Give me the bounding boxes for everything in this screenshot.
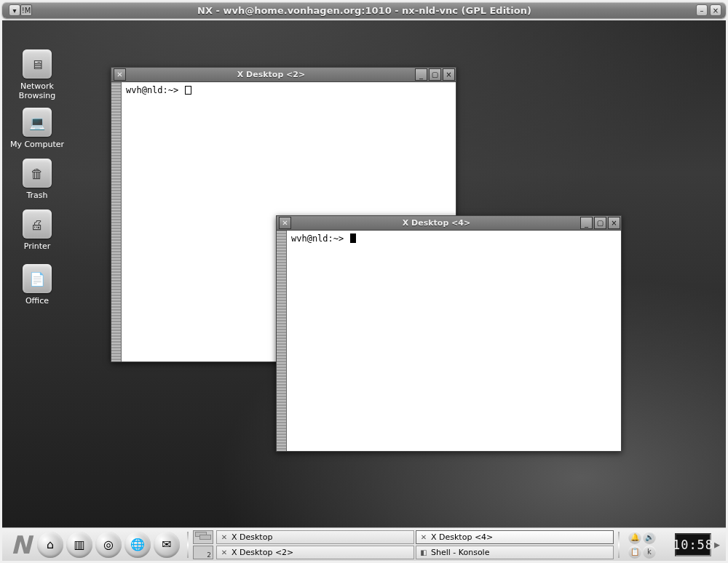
terminal-cursor-icon — [350, 233, 356, 243]
window-system-menu-icon[interactable]: ✕ — [279, 217, 291, 229]
disc-icon: ◎ — [103, 538, 114, 551]
window-body: wvh@nld:~> — [276, 230, 622, 452]
taskbar-separator — [618, 532, 620, 558]
terminal-prompt: wvh@nld:~> — [291, 233, 349, 244]
desktop-icon-label: Office — [2, 296, 72, 306]
trash-icon: 🗑 — [23, 159, 52, 188]
desktop-icon-printer[interactable]: 🖨 Printer — [2, 209, 72, 251]
outer-window-title: NX - wvh@home.vonhagen.org:1010 - nx-nld… — [35, 5, 694, 16]
desktop-icon-label: Trash — [2, 191, 72, 200]
x-icon: ✕ — [220, 548, 229, 556]
taskbar: N ⌂ ▥ ◎ 🌐 ✉ 2 ✕X Desktop ✕X Desktop <4> … — [2, 527, 726, 561]
desktop-icon-network[interactable]: 🖥 Network Browsing — [2, 49, 72, 100]
x-icon: ✕ — [419, 532, 428, 541]
window-titlebar[interactable]: ✕ X Desktop <2> _ ▢ × — [111, 67, 456, 81]
desktop-icon-mycomputer[interactable]: 💻 My Computer — [2, 108, 72, 149]
window-minimize-button[interactable]: _ — [415, 68, 427, 81]
printer-icon: 🖨 — [23, 209, 52, 239]
system-tray: 🔔 🔊 📋 k — [628, 531, 670, 559]
window-close-button[interactable]: × — [443, 68, 455, 81]
globe-icon: 🌐 — [130, 538, 145, 551]
desktop-icon-label: My Computer — [2, 140, 72, 149]
window-minimize-button[interactable]: _ — [580, 217, 593, 229]
x-icon: ✕ — [220, 532, 229, 541]
desktop-icon-label: Network Browsing — [2, 81, 72, 100]
pager-desktop-1[interactable] — [193, 530, 213, 544]
tray-volume-icon[interactable]: 🔊 — [643, 531, 656, 544]
terminal-cursor-icon — [185, 86, 191, 95]
outer-app-icon: !M — [20, 4, 32, 16]
desktop-area[interactable]: 🖥 Network Browsing 💻 My Computer 🗑 Trash… — [2, 20, 726, 528]
outer-menu-button[interactable]: ▾ — [9, 4, 20, 16]
window-close-button[interactable]: × — [608, 217, 620, 229]
task-label: X Desktop — [232, 532, 272, 542]
task-xdesktop[interactable]: ✕X Desktop — [216, 530, 414, 544]
window-system-menu-icon[interactable]: ✕ — [114, 68, 126, 81]
tray-clipboard-icon[interactable]: 📋 — [628, 546, 641, 559]
window-scrollbar[interactable] — [277, 231, 287, 451]
desktop-icon-trash[interactable]: 🗑 Trash — [2, 159, 72, 200]
launcher-shell-icon[interactable]: ▥ — [66, 532, 92, 558]
window-xdesktop-4[interactable]: ✕ X Desktop <4> _ ▢ × wvh@nld:~> — [276, 215, 622, 452]
window-title: X Desktop <2> — [128, 70, 414, 79]
window-scrollbar[interactable] — [111, 82, 122, 362]
document-icon: 📄 — [23, 264, 52, 293]
pager-number: 2 — [207, 551, 211, 559]
outer-close-button[interactable]: × — [710, 4, 721, 16]
terminal-prompt: wvh@nld:~> — [126, 85, 183, 95]
monitor-icon: 💻 — [23, 108, 52, 137]
desktop-pager[interactable]: 2 — [193, 530, 213, 559]
launcher-mail-icon[interactable]: ✉ — [154, 532, 180, 558]
home-icon: ⌂ — [47, 538, 54, 551]
task-list: ✕X Desktop ✕X Desktop <4> ✕X Desktop <2>… — [216, 530, 614, 559]
computer-icon: 🖥 — [23, 49, 52, 79]
window-title: X Desktop <4> — [293, 218, 579, 228]
tray-keyboard-icon[interactable]: k — [643, 546, 656, 559]
window-titlebar[interactable]: ✕ X Desktop <4> _ ▢ × — [276, 215, 622, 230]
task-label: X Desktop <4> — [431, 532, 493, 542]
task-shell-konsole[interactable]: ◧Shell - Konsole — [416, 546, 614, 559]
launcher-web-icon[interactable]: 🌐 — [124, 532, 151, 558]
launcher-home-icon[interactable]: ⌂ — [37, 532, 63, 558]
taskbar-clock[interactable]: 10:58 — [675, 533, 711, 556]
pager-desktop-2[interactable]: 2 — [193, 546, 213, 559]
tray-notifier-icon[interactable]: 🔔 — [628, 531, 641, 544]
launcher-disc-icon[interactable]: ◎ — [95, 532, 122, 558]
outer-window-titlebar: ▾ !M NX - wvh@home.vonhagen.org:1010 - n… — [2, 2, 726, 18]
outer-minimize-button[interactable]: – — [696, 4, 708, 16]
desktop-icon-office[interactable]: 📄 Office — [2, 264, 72, 306]
taskbar-separator — [187, 532, 189, 558]
task-xdesktop-4[interactable]: ✕X Desktop <4> — [416, 530, 614, 544]
mail-icon: ✉ — [162, 538, 171, 551]
terminal-area[interactable]: wvh@nld:~> — [287, 231, 621, 451]
konsole-icon: ◧ — [419, 548, 428, 556]
window-maximize-button[interactable]: ▢ — [594, 217, 606, 229]
task-label: X Desktop <2> — [232, 548, 293, 557]
shell-icon: ▥ — [74, 538, 84, 551]
task-label: Shell - Konsole — [431, 548, 489, 557]
desktop-icon-label: Printer — [2, 241, 72, 251]
task-xdesktop-2[interactable]: ✕X Desktop <2> — [216, 546, 414, 559]
panel-expand-icon[interactable]: ▸ — [714, 538, 723, 551]
window-maximize-button[interactable]: ▢ — [429, 68, 441, 81]
launcher-n-menu[interactable]: N — [5, 530, 37, 559]
